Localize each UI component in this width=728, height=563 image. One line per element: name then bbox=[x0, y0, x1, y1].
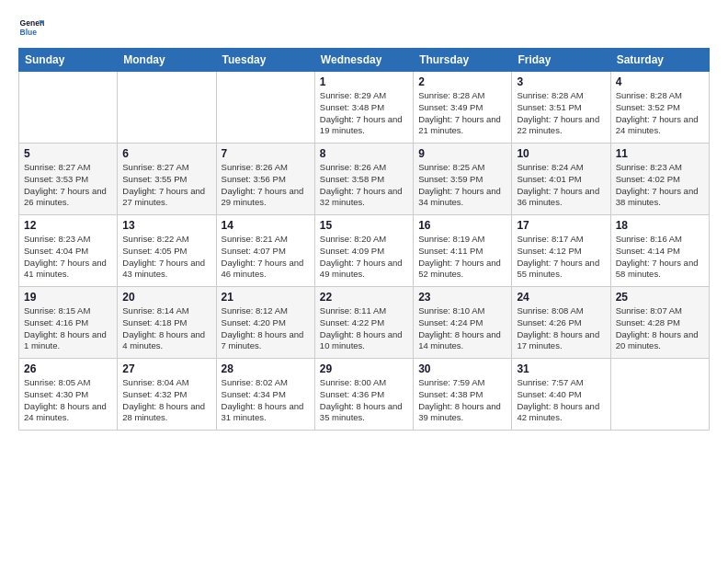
day-number: 29 bbox=[320, 362, 408, 375]
svg-text:Blue: Blue bbox=[20, 28, 38, 37]
calendar-cell: 12Sunrise: 8:23 AM Sunset: 4:04 PM Dayli… bbox=[19, 215, 118, 287]
day-info: Sunrise: 7:59 AM Sunset: 4:38 PM Dayligh… bbox=[418, 377, 506, 424]
day-info: Sunrise: 8:25 AM Sunset: 3:59 PM Dayligh… bbox=[418, 162, 506, 209]
weekday-header: Sunday bbox=[19, 49, 118, 72]
day-number: 3 bbox=[517, 75, 605, 88]
day-number: 2 bbox=[418, 75, 506, 88]
calendar-cell bbox=[216, 72, 314, 144]
calendar-cell: 13Sunrise: 8:22 AM Sunset: 4:05 PM Dayli… bbox=[118, 215, 216, 287]
day-info: Sunrise: 8:28 AM Sunset: 3:51 PM Dayligh… bbox=[517, 90, 605, 137]
calendar-cell: 8Sunrise: 8:26 AM Sunset: 3:58 PM Daylig… bbox=[314, 144, 413, 215]
day-info: Sunrise: 8:26 AM Sunset: 3:56 PM Dayligh… bbox=[222, 162, 310, 209]
calendar-cell: 3Sunrise: 8:28 AM Sunset: 3:51 PM Daylig… bbox=[512, 72, 610, 144]
day-info: Sunrise: 8:12 AM Sunset: 4:20 PM Dayligh… bbox=[222, 305, 310, 352]
day-number: 15 bbox=[320, 219, 408, 232]
day-info: Sunrise: 8:27 AM Sunset: 3:55 PM Dayligh… bbox=[122, 162, 210, 209]
day-info: Sunrise: 8:10 AM Sunset: 4:24 PM Dayligh… bbox=[418, 305, 506, 352]
calendar-cell: 17Sunrise: 8:17 AM Sunset: 4:12 PM Dayli… bbox=[512, 215, 610, 287]
day-number: 10 bbox=[517, 147, 605, 160]
day-number: 21 bbox=[222, 291, 310, 304]
day-info: Sunrise: 8:11 AM Sunset: 4:22 PM Dayligh… bbox=[320, 305, 408, 352]
day-number: 17 bbox=[517, 219, 605, 232]
day-number: 5 bbox=[24, 147, 112, 160]
calendar-week-row: 19Sunrise: 8:15 AM Sunset: 4:16 PM Dayli… bbox=[19, 287, 710, 359]
calendar-cell: 11Sunrise: 8:23 AM Sunset: 4:02 PM Dayli… bbox=[610, 144, 709, 215]
day-number: 14 bbox=[222, 219, 310, 232]
calendar-cell: 9Sunrise: 8:25 AM Sunset: 3:59 PM Daylig… bbox=[414, 144, 512, 215]
day-info: Sunrise: 8:17 AM Sunset: 4:12 PM Dayligh… bbox=[517, 234, 605, 281]
calendar-cell bbox=[118, 72, 216, 144]
weekday-header: Saturday bbox=[610, 49, 709, 72]
logo: General Blue bbox=[18, 15, 46, 40]
calendar-cell: 19Sunrise: 8:15 AM Sunset: 4:16 PM Dayli… bbox=[19, 287, 118, 359]
day-info: Sunrise: 8:07 AM Sunset: 4:28 PM Dayligh… bbox=[616, 305, 704, 352]
day-number: 7 bbox=[222, 147, 310, 160]
day-number: 18 bbox=[616, 219, 704, 232]
day-number: 6 bbox=[122, 147, 210, 160]
calendar-cell: 6Sunrise: 8:27 AM Sunset: 3:55 PM Daylig… bbox=[118, 144, 216, 215]
calendar-cell: 29Sunrise: 8:00 AM Sunset: 4:36 PM Dayli… bbox=[314, 359, 413, 431]
svg-text:General: General bbox=[20, 18, 44, 28]
day-info: Sunrise: 8:14 AM Sunset: 4:18 PM Dayligh… bbox=[122, 305, 210, 352]
calendar-cell: 26Sunrise: 8:05 AM Sunset: 4:30 PM Dayli… bbox=[19, 359, 118, 431]
calendar-cell: 4Sunrise: 8:28 AM Sunset: 3:52 PM Daylig… bbox=[610, 72, 709, 144]
day-number: 12 bbox=[24, 219, 112, 232]
calendar-week-row: 12Sunrise: 8:23 AM Sunset: 4:04 PM Dayli… bbox=[19, 215, 710, 287]
calendar-cell: 23Sunrise: 8:10 AM Sunset: 4:24 PM Dayli… bbox=[414, 287, 512, 359]
day-info: Sunrise: 8:29 AM Sunset: 3:48 PM Dayligh… bbox=[320, 90, 408, 137]
weekday-header: Tuesday bbox=[216, 49, 314, 72]
calendar-cell: 5Sunrise: 8:27 AM Sunset: 3:53 PM Daylig… bbox=[19, 144, 118, 215]
day-info: Sunrise: 8:02 AM Sunset: 4:34 PM Dayligh… bbox=[222, 377, 310, 424]
page: General Blue SundayMondayTuesdayWednesda… bbox=[0, 0, 728, 440]
day-info: Sunrise: 8:21 AM Sunset: 4:07 PM Dayligh… bbox=[222, 234, 310, 281]
day-info: Sunrise: 8:27 AM Sunset: 3:53 PM Dayligh… bbox=[24, 162, 112, 209]
day-info: Sunrise: 8:22 AM Sunset: 4:05 PM Dayligh… bbox=[122, 234, 210, 281]
calendar-cell: 10Sunrise: 8:24 AM Sunset: 4:01 PM Dayli… bbox=[512, 144, 610, 215]
calendar-cell: 24Sunrise: 8:08 AM Sunset: 4:26 PM Dayli… bbox=[512, 287, 610, 359]
calendar-cell: 16Sunrise: 8:19 AM Sunset: 4:11 PM Dayli… bbox=[414, 215, 512, 287]
day-number: 30 bbox=[418, 362, 506, 375]
day-info: Sunrise: 8:24 AM Sunset: 4:01 PM Dayligh… bbox=[517, 162, 605, 209]
calendar-cell: 22Sunrise: 8:11 AM Sunset: 4:22 PM Dayli… bbox=[314, 287, 413, 359]
day-info: Sunrise: 8:28 AM Sunset: 3:49 PM Dayligh… bbox=[418, 90, 506, 137]
calendar-cell: 27Sunrise: 8:04 AM Sunset: 4:32 PM Dayli… bbox=[118, 359, 216, 431]
day-info: Sunrise: 8:08 AM Sunset: 4:26 PM Dayligh… bbox=[517, 305, 605, 352]
day-number: 4 bbox=[616, 75, 704, 88]
day-number: 25 bbox=[616, 291, 704, 304]
day-info: Sunrise: 8:26 AM Sunset: 3:58 PM Dayligh… bbox=[320, 162, 408, 209]
day-number: 20 bbox=[122, 291, 210, 304]
day-number: 26 bbox=[24, 362, 112, 375]
calendar-header-row: SundayMondayTuesdayWednesdayThursdayFrid… bbox=[19, 49, 710, 72]
calendar-cell: 15Sunrise: 8:20 AM Sunset: 4:09 PM Dayli… bbox=[314, 215, 413, 287]
calendar-cell: 7Sunrise: 8:26 AM Sunset: 3:56 PM Daylig… bbox=[216, 144, 314, 215]
day-number: 27 bbox=[122, 362, 210, 375]
calendar-cell: 25Sunrise: 8:07 AM Sunset: 4:28 PM Dayli… bbox=[610, 287, 709, 359]
calendar-week-row: 1Sunrise: 8:29 AM Sunset: 3:48 PM Daylig… bbox=[19, 72, 710, 144]
logo-icon: General Blue bbox=[18, 15, 44, 40]
weekday-header: Friday bbox=[512, 49, 610, 72]
day-info: Sunrise: 8:28 AM Sunset: 3:52 PM Dayligh… bbox=[616, 90, 704, 137]
calendar-cell: 31Sunrise: 7:57 AM Sunset: 4:40 PM Dayli… bbox=[512, 359, 610, 431]
day-info: Sunrise: 8:20 AM Sunset: 4:09 PM Dayligh… bbox=[320, 234, 408, 281]
day-number: 31 bbox=[517, 362, 605, 375]
calendar-week-row: 26Sunrise: 8:05 AM Sunset: 4:30 PM Dayli… bbox=[19, 359, 710, 431]
calendar-cell: 2Sunrise: 8:28 AM Sunset: 3:49 PM Daylig… bbox=[414, 72, 512, 144]
calendar-cell: 1Sunrise: 8:29 AM Sunset: 3:48 PM Daylig… bbox=[314, 72, 413, 144]
day-info: Sunrise: 8:23 AM Sunset: 4:02 PM Dayligh… bbox=[616, 162, 704, 209]
weekday-header: Thursday bbox=[414, 49, 512, 72]
day-number: 9 bbox=[418, 147, 506, 160]
calendar-cell: 21Sunrise: 8:12 AM Sunset: 4:20 PM Dayli… bbox=[216, 287, 314, 359]
day-number: 24 bbox=[517, 291, 605, 304]
day-number: 11 bbox=[616, 147, 704, 160]
day-number: 1 bbox=[320, 75, 408, 88]
day-info: Sunrise: 8:16 AM Sunset: 4:14 PM Dayligh… bbox=[616, 234, 704, 281]
calendar-cell: 18Sunrise: 8:16 AM Sunset: 4:14 PM Dayli… bbox=[610, 215, 709, 287]
day-info: Sunrise: 8:19 AM Sunset: 4:11 PM Dayligh… bbox=[418, 234, 506, 281]
calendar-cell: 14Sunrise: 8:21 AM Sunset: 4:07 PM Dayli… bbox=[216, 215, 314, 287]
calendar-cell bbox=[610, 359, 709, 431]
day-number: 22 bbox=[320, 291, 408, 304]
day-info: Sunrise: 8:00 AM Sunset: 4:36 PM Dayligh… bbox=[320, 377, 408, 424]
calendar-cell: 30Sunrise: 7:59 AM Sunset: 4:38 PM Dayli… bbox=[414, 359, 512, 431]
header: General Blue bbox=[18, 15, 710, 40]
day-number: 8 bbox=[320, 147, 408, 160]
